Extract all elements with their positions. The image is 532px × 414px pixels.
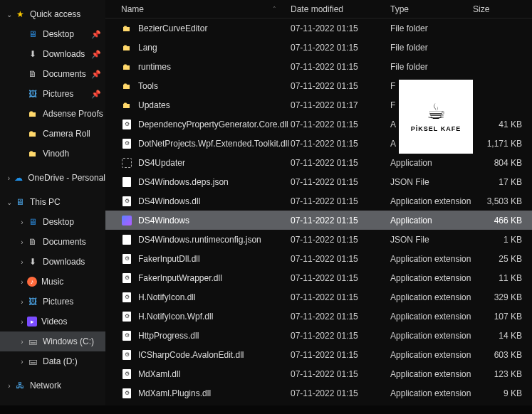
table-row[interactable]: DS4Updater07-11-2022 01:15Application804… (105, 153, 532, 172)
table-row[interactable]: MdXaml.Plugins.dll07-11-2022 01:15Applic… (105, 383, 532, 403)
cell-name: DS4Windows.runtimeconfig.json (114, 234, 291, 245)
nav-label: Documents (43, 69, 86, 79)
cell-name: DS4Windows.dll (114, 196, 291, 207)
nav-pc-item[interactable]: ›⬇Downloads (0, 252, 105, 272)
sort-indicator-icon: ˄ (273, 6, 276, 13)
pin-icon: 📌 (91, 50, 101, 59)
table-row[interactable]: FakerInputDll.dll07-11-2022 01:15Applica… (105, 249, 532, 268)
nav-quick-item[interactable]: 🖼Pictures📌 (0, 84, 105, 104)
table-row[interactable]: DS4Windows.dll07-11-2022 01:15Applicatio… (105, 191, 532, 211)
dll-icon (121, 292, 132, 303)
cell-size: 1 KB (473, 235, 532, 245)
nav-pc-item[interactable]: ›🗎Documents (0, 232, 105, 252)
col-header-date[interactable]: Date modified (291, 4, 390, 14)
nav-quick-item[interactable]: 🖿Adsense Proofs (0, 104, 105, 124)
table-row[interactable]: MdXaml.dll07-11-2022 01:15Application ex… (105, 364, 532, 383)
cell-date: 07-11-2022 01:15 (291, 196, 390, 206)
cell-name: DS4Windows.deps.json (114, 176, 291, 188)
file-name: Updates (138, 100, 170, 110)
cell-name: DependencyPropertyGenerator.Core.dll (114, 119, 291, 130)
nav-pc-item[interactable]: ›🖴Data (D:) (0, 351, 105, 371)
watermark-overlay: ☕︎ PİKSEL KAFE (399, 80, 473, 154)
nav-quick-item[interactable]: 🗎Documents📌 (0, 64, 105, 84)
table-row[interactable]: H.NotifyIcon.Wpf.dll07-11-2022 01:15Appl… (105, 307, 532, 326)
cell-type: Application extension (390, 350, 473, 360)
nav-this-pc[interactable]: ⌄ 🖥 This PC (0, 192, 105, 212)
picture-icon: 🖼 (27, 296, 38, 307)
nav-network[interactable]: › 🖧 Network (0, 376, 105, 396)
col-header-size[interactable]: Size (473, 4, 532, 14)
music-icon (27, 277, 37, 287)
cell-date: 07-11-2022 01:15 (291, 23, 390, 33)
table-row[interactable]: DS4Windows.runtimeconfig.json07-11-2022 … (105, 230, 532, 249)
folder-icon: 🖿 (121, 42, 132, 53)
folder-icon: 🖿 (27, 148, 38, 159)
nav-pc-item[interactable]: ›🖴Windows (C:) (0, 331, 105, 351)
table-row[interactable]: HttpProgress.dll07-11-2022 01:15Applicat… (105, 326, 532, 345)
document-icon: 🗎 (27, 236, 38, 248)
table-row[interactable]: 🖿Lang07-11-2022 01:15File folder (105, 38, 532, 57)
file-list-area: Name ˄ Date modified Type Size 🖿BezierCu… (105, 0, 532, 405)
nav-pc-item[interactable]: ›🖥Desktop (0, 212, 105, 232)
video-icon (27, 317, 37, 327)
table-row[interactable]: ICSharpCode.AvalonEdit.dll07-11-2022 01:… (105, 345, 532, 364)
table-row[interactable]: H.NotifyIcon.dll07-11-2022 01:15Applicat… (105, 287, 532, 307)
table-row[interactable]: 🖿BezierCurveEditor07-11-2022 01:15File f… (105, 18, 532, 38)
cell-name: MdXaml.Plugins.dll (114, 388, 291, 399)
folder-icon: 🖿 (121, 23, 132, 34)
table-row[interactable]: 🖿runtimes07-11-2022 01:15File folder (105, 57, 532, 76)
cell-type: Application (390, 216, 473, 225)
chevron-right-icon: › (17, 318, 27, 326)
chevron-right-icon: › (4, 174, 14, 182)
table-row[interactable]: FakerInputWrapper.dll07-11-2022 01:15App… (105, 268, 532, 287)
nav-quick-item[interactable]: 🖿Vinodh (0, 144, 105, 164)
nav-quick-item[interactable]: 🖿Camera Roll (0, 124, 105, 144)
nav-onedrive[interactable]: › ☁ OneDrive - Personal (0, 168, 105, 188)
nav-quick-item[interactable]: 🖥Desktop📌 (0, 24, 105, 44)
file-name: BezierCurveEditor (138, 23, 207, 33)
file-name: DS4Windows.dll (138, 196, 200, 206)
nav-quick-access[interactable]: ⌄ ★ Quick access (0, 4, 105, 24)
nav-label: Desktop (43, 29, 74, 39)
dll-icon (121, 138, 132, 149)
pin-icon: 📌 (91, 90, 101, 99)
picture-icon: 🖼 (27, 88, 38, 100)
download-icon: ⬇ (27, 256, 38, 267)
file-icon (121, 176, 132, 188)
file-rows: 🖿BezierCurveEditor07-11-2022 01:15File f… (105, 18, 532, 405)
file-name: DS4Windows.deps.json (138, 177, 229, 187)
file-name: runtimes (138, 62, 171, 72)
chevron-right-icon: › (17, 218, 27, 226)
table-row[interactable]: DS4Windows07-11-2022 01:15Application466… (105, 211, 532, 230)
cell-date: 07-11-2022 01:15 (291, 43, 390, 53)
dll-icon (121, 349, 132, 361)
monitor-icon: 🖥 (14, 196, 26, 208)
cell-name: HttpProgress.dll (114, 330, 291, 341)
folder-icon: 🖿 (121, 80, 132, 92)
folder-icon: 🖿 (121, 61, 132, 73)
ds4windows-icon (121, 215, 132, 226)
chevron-right-icon: › (17, 338, 27, 346)
column-headers: Name ˄ Date modified Type Size (105, 0, 532, 18)
cell-type: Application extension (390, 273, 473, 283)
file-name: DependencyPropertyGenerator.Core.dll (138, 120, 288, 129)
drive-icon: 🖴 (27, 356, 38, 367)
table-row[interactable]: DS4Windows.deps.json07-11-2022 01:15JSON… (105, 172, 532, 191)
cell-date: 07-11-2022 01:15 (291, 139, 390, 149)
nav-label: Downloads (43, 49, 85, 59)
desktop-icon: 🖥 (27, 216, 38, 228)
nav-pc-item[interactable]: ›Videos (0, 312, 105, 331)
nav-pc-item[interactable]: ›🖼Pictures (0, 292, 105, 312)
file-name: H.NotifyIcon.Wpf.dll (138, 312, 213, 322)
nav-quick-item[interactable]: ⬇Downloads📌 (0, 44, 105, 64)
nav-pc-item[interactable]: ›Music (0, 272, 105, 292)
cell-type: Application extension (390, 388, 473, 398)
cell-name: DS4Updater (114, 157, 291, 169)
col-header-type[interactable]: Type (390, 4, 473, 14)
nav-label: Network (30, 381, 61, 391)
nav-label: Videos (41, 317, 67, 327)
col-header-name[interactable]: Name ˄ (114, 4, 291, 14)
nav-label: Pictures (43, 297, 73, 307)
cell-type: Application (390, 158, 473, 168)
dll-icon (121, 330, 132, 341)
